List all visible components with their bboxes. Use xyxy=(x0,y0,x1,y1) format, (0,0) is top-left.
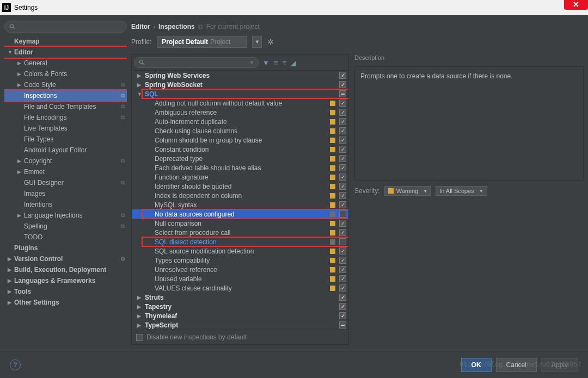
sidebar-item-file-and-code-templates[interactable]: File and Code Templates⧉ xyxy=(4,101,127,112)
inspection-checkbox[interactable] xyxy=(339,137,346,144)
chevron-icon[interactable]: ▶ xyxy=(137,73,145,78)
disable-checkbox[interactable] xyxy=(136,334,143,341)
inspection-checkbox[interactable] xyxy=(339,118,346,125)
inspection-checkbox[interactable] xyxy=(339,210,346,218)
inspection-item-auto-increment-duplicate[interactable]: Auto-increment duplicate xyxy=(132,117,348,126)
help-button[interactable]: ? xyxy=(10,360,21,370)
inspection-item-unused-variable[interactable]: Unused variable xyxy=(132,274,348,283)
inspection-checkbox[interactable] xyxy=(339,90,346,97)
inspection-checkbox[interactable] xyxy=(339,275,346,282)
inspection-checkbox[interactable] xyxy=(339,127,346,134)
inspection-checkbox[interactable] xyxy=(339,146,346,153)
filter-icon[interactable]: ▼ xyxy=(262,59,270,67)
chevron-icon[interactable]: ▶ xyxy=(17,71,21,77)
inspection-item-select-from-procedure-call[interactable]: Select from procedure call xyxy=(132,228,348,237)
sidebar-item-colors-fonts[interactable]: ▶Colors & Fonts xyxy=(4,69,127,79)
sidebar-item-spelling[interactable]: Spelling⧉ xyxy=(4,221,127,232)
ok-button[interactable]: OK xyxy=(461,358,492,372)
sidebar-item-build-execution-deployment[interactable]: ▶Build, Execution, Deployment xyxy=(4,264,127,275)
inspection-checkbox[interactable] xyxy=(339,100,346,107)
inspection-item-adding-not-null-column-without-default-value[interactable]: Adding not null column without default v… xyxy=(132,98,348,108)
inspection-checkbox[interactable] xyxy=(339,220,346,227)
chevron-icon[interactable]: ▶ xyxy=(137,304,145,309)
inspection-category-struts[interactable]: ▶Struts xyxy=(132,293,348,302)
chevron-icon[interactable]: ▶ xyxy=(8,289,11,294)
inspection-item-unresolved-reference[interactable]: Unresolved reference xyxy=(132,265,348,274)
inspection-category-sql[interactable]: ▼SQL xyxy=(132,89,348,98)
sidebar-item-file-types[interactable]: File Types xyxy=(4,134,127,145)
inspection-checkbox[interactable] xyxy=(339,303,346,310)
sidebar-item-editor[interactable]: ▼Editor xyxy=(4,47,127,58)
inspection-checkbox[interactable] xyxy=(339,266,346,273)
inspection-category-spring-web-services[interactable]: ▶Spring Web Services xyxy=(132,71,348,80)
chevron-icon[interactable]: ▶ xyxy=(137,323,145,328)
cancel-button[interactable]: Cancel xyxy=(496,358,537,372)
chevron-icon[interactable]: ▼ xyxy=(8,49,13,55)
chevron-icon[interactable]: ▼ xyxy=(137,91,145,97)
inspection-item-mysql-syntax[interactable]: MySQL syntax xyxy=(132,200,348,209)
sidebar-item-intentions[interactable]: Intentions xyxy=(4,199,127,210)
reset-icon[interactable]: ◢ xyxy=(291,59,296,67)
inspection-item-column-should-be-in-group-by-clause[interactable]: Column should be in group by clause xyxy=(132,135,348,145)
inspection-item-deprecated-type[interactable]: Deprecated type xyxy=(132,154,348,163)
chevron-icon[interactable]: ▶ xyxy=(8,256,11,262)
sidebar-item-tools[interactable]: ▶Tools xyxy=(4,286,127,297)
sidebar-item-inspections[interactable]: Inspections⧉ xyxy=(4,90,127,101)
inspection-item-identifier-should-be-quoted[interactable]: Identifier should be quoted xyxy=(132,182,348,191)
profile-select[interactable]: Project Default Project xyxy=(157,36,247,48)
inspections-tree[interactable]: ▶Spring Web Services▶Spring WebSocket▼SQ… xyxy=(132,71,348,330)
sidebar-item-live-templates[interactable]: Live Templates xyxy=(4,123,127,134)
inspection-checkbox[interactable] xyxy=(339,164,346,171)
inspection-checkbox[interactable] xyxy=(339,109,346,116)
inspection-item-each-derived-table-should-have-alias[interactable]: Each derived table should have alias xyxy=(132,163,348,172)
inspection-item-index-is-dependent-on-column[interactable]: Index is dependent on column xyxy=(132,191,348,200)
chevron-icon[interactable]: ▶ xyxy=(17,82,21,88)
chevron-icon[interactable]: ▶ xyxy=(17,169,21,175)
inspection-item-check-using-clause-columns[interactable]: Check using clause columns xyxy=(132,126,348,135)
sidebar-item-version-control[interactable]: ▶Version Control⧉ xyxy=(4,253,127,264)
sidebar-item-android-layout-editor[interactable]: Android Layout Editor xyxy=(4,145,127,156)
inspection-checkbox[interactable] xyxy=(339,183,346,190)
sidebar-item-images[interactable]: Images xyxy=(4,188,127,199)
chevron-icon[interactable]: ▶ xyxy=(17,213,21,218)
inspection-item-types-compatibility[interactable]: Types compatibility xyxy=(132,256,348,265)
inspection-checkbox[interactable] xyxy=(339,229,346,236)
breadcrumb-editor[interactable]: Editor xyxy=(131,23,150,30)
chevron-icon[interactable]: ▶ xyxy=(137,295,145,300)
sidebar-item-languages-frameworks[interactable]: ▶Languages & Frameworks xyxy=(4,275,127,286)
inspection-checkbox[interactable] xyxy=(339,201,346,208)
inspection-checkbox[interactable] xyxy=(339,312,346,319)
sidebar-item-language-injections[interactable]: ▶Language Injections⧉ xyxy=(4,210,127,221)
inspection-checkbox[interactable] xyxy=(339,321,346,329)
inspection-checkbox[interactable] xyxy=(339,238,346,245)
expand-all-icon[interactable]: ≡ xyxy=(274,59,278,67)
sidebar-item-plugins[interactable]: Plugins xyxy=(4,243,127,253)
inspection-item-constant-condition[interactable]: Constant condition xyxy=(132,145,348,154)
inspection-checkbox[interactable] xyxy=(339,173,346,181)
inspection-checkbox[interactable] xyxy=(339,284,346,292)
inspection-item-function-signature[interactable]: Function signature xyxy=(132,172,348,182)
inspection-item-sql-source-modification-detection[interactable]: SQL source modification detection xyxy=(132,246,348,256)
profile-dropdown-button[interactable]: ▼ xyxy=(252,36,262,48)
sidebar-item-file-encodings[interactable]: File Encodings⧉ xyxy=(4,112,127,123)
inspection-item-sql-dialect-detection[interactable]: SQL dialect detection xyxy=(132,237,348,246)
chevron-down-icon[interactable]: ▼ xyxy=(249,60,254,65)
disable-new-row[interactable]: Disable new inspections by default xyxy=(132,330,348,344)
scope-select[interactable]: In All Scopes ▼ xyxy=(436,186,487,196)
chevron-icon[interactable]: ▶ xyxy=(8,300,11,305)
sidebar-item-todo[interactable]: TODO xyxy=(4,232,127,243)
sidebar-item-code-style[interactable]: ▶Code Style⧉ xyxy=(4,79,127,90)
inspection-checkbox[interactable] xyxy=(339,192,346,199)
sidebar-item-other-settings[interactable]: ▶Other Settings xyxy=(4,297,127,308)
inspection-checkbox[interactable] xyxy=(339,294,346,301)
sidebar-item-keymap[interactable]: Keymap xyxy=(4,36,127,47)
severity-select[interactable]: Warning ▼ xyxy=(384,186,431,196)
chevron-icon[interactable]: ▶ xyxy=(137,82,145,88)
inspection-search-input[interactable]: ▼ xyxy=(134,57,259,68)
inspection-item-no-data-sources-configured[interactable]: No data sources configured xyxy=(132,209,348,219)
close-button[interactable]: ✕ xyxy=(564,0,588,10)
inspection-item-values-clause-cardinality[interactable]: VALUES clause cardinality xyxy=(132,283,348,293)
chevron-icon[interactable]: ▶ xyxy=(17,60,21,66)
gear-icon[interactable]: ✲ xyxy=(267,38,274,46)
chevron-icon[interactable]: ▶ xyxy=(17,158,21,164)
